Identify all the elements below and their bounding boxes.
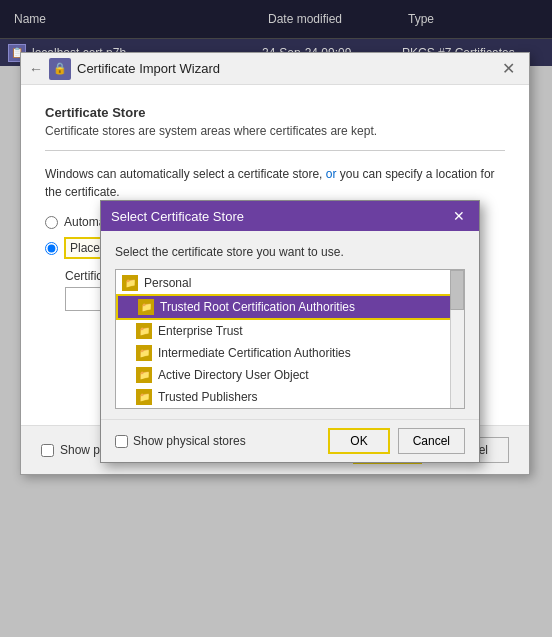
store-list-item[interactable]: 📁Trusted Publishers (116, 386, 464, 408)
col-name-header: Name (8, 12, 268, 26)
scrollbar-track[interactable] (450, 270, 464, 408)
inner-close-button[interactable]: ✕ (449, 206, 469, 226)
store-item-label: Intermediate Certification Authorities (158, 346, 351, 360)
store-list-item[interactable]: 📁Trusted Root Certification Authorities (116, 294, 464, 320)
inner-cancel-button[interactable]: Cancel (398, 428, 465, 454)
store-item-label: Active Directory User Object (158, 368, 309, 382)
physical-stores-label: Show physical stores (133, 434, 246, 448)
wizard-close-button[interactable]: ✕ (496, 57, 521, 80)
store-folder-icon: 📁 (136, 367, 152, 383)
store-list-item[interactable]: 📁Intermediate Certification Authorities (116, 342, 464, 364)
col-date-header: Date modified (268, 12, 408, 26)
store-item-label: Personal (144, 276, 191, 290)
wizard-icon: 🔒 (49, 58, 71, 80)
inner-body: Select the certificate store you want to… (101, 231, 479, 419)
inner-title: Select Certificate Store (111, 209, 244, 224)
store-item-label: Trusted Publishers (158, 390, 258, 404)
physical-stores-checkbox[interactable] (115, 435, 128, 448)
wizard-title: Certificate Import Wizard (77, 61, 220, 76)
scrollbar-thumb[interactable] (450, 270, 464, 310)
show-physical-checkbox[interactable] (41, 444, 54, 457)
store-folder-icon: 📁 (122, 275, 138, 291)
store-item-label: Trusted Root Certification Authorities (160, 300, 355, 314)
wizard-titlebar: ← 🔒 Certificate Import Wizard ✕ (21, 53, 529, 85)
info-text: Windows can automatically select a certi… (45, 165, 505, 201)
radio-auto-input[interactable] (45, 216, 58, 229)
wizard-titlebar-left: ← 🔒 Certificate Import Wizard (29, 58, 220, 80)
section-desc: Certificate stores are system areas wher… (45, 124, 505, 138)
ok-button[interactable]: OK (328, 428, 389, 454)
radio-place-input[interactable] (45, 242, 58, 255)
inner-titlebar: Select Certificate Store ✕ (101, 201, 479, 231)
col-type-header: Type (408, 12, 434, 26)
store-list-item[interactable]: 📁Active Directory User Object (116, 364, 464, 386)
inner-footer: Show physical stores OK Cancel (101, 419, 479, 462)
store-folder-icon: 📁 (138, 299, 154, 315)
store-list-item[interactable]: 📁Enterprise Trust (116, 320, 464, 342)
inner-dialog-btns: OK Cancel (328, 428, 465, 454)
store-list: 📁Personal📁Trusted Root Certification Aut… (116, 270, 464, 409)
store-list-container: 📁Personal📁Trusted Root Certification Aut… (115, 269, 465, 409)
info-text-part1: Windows can automatically select a certi… (45, 167, 322, 181)
store-folder-icon: 📁 (136, 345, 152, 361)
store-item-label: Enterprise Trust (158, 324, 243, 338)
physical-stores-check: Show physical stores (115, 434, 246, 448)
back-button[interactable]: ← (29, 61, 43, 77)
inner-dialog: Select Certificate Store ✕ Select the ce… (100, 200, 480, 463)
store-list-item[interactable]: 📁Personal (116, 272, 464, 294)
info-link[interactable]: or (326, 167, 337, 181)
store-folder-icon: 📁 (136, 323, 152, 339)
explorer-bar: Name Date modified Type (0, 0, 552, 38)
store-folder-icon: 📁 (136, 389, 152, 405)
section-title: Certificate Store (45, 105, 505, 120)
inner-desc: Select the certificate store you want to… (115, 245, 465, 259)
divider (45, 150, 505, 151)
